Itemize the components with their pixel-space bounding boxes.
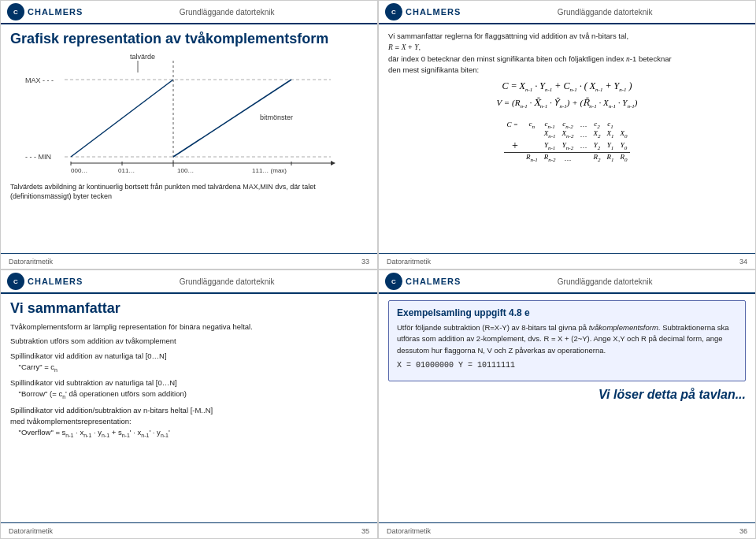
slide-2-content: Vi sammanfattar reglerna för flaggsättni… bbox=[379, 24, 755, 253]
logo-text-1: CHALMERS bbox=[28, 7, 83, 17]
svg-text:- - - MIN: - - - MIN bbox=[25, 153, 51, 161]
slide-3: C CHALMERS Grundläggande datorteknik Vi … bbox=[0, 270, 378, 539]
slide-2: C CHALMERS Grundläggande datorteknik Vi … bbox=[378, 0, 756, 270]
logo-area-1: C CHALMERS bbox=[7, 3, 83, 20]
addition-table: C = cn cn-1 cn-2 … c2 c1 Xn-1 Xn-2 … X2 bbox=[504, 120, 631, 163]
slide-2-intro: Vi sammanfattar reglerna för flaggsättni… bbox=[388, 31, 746, 76]
slide-1-title: Grafisk representation av tvåkomplements… bbox=[10, 31, 368, 48]
slide-3-header: C CHALMERS Grundläggande datorteknik bbox=[1, 270, 377, 294]
graph-container: talvärde MAX - - - - - - MIN bitmönster … bbox=[10, 53, 368, 179]
slide-3-content: Vi sammanfattar Tvåkomplementsform är lä… bbox=[1, 294, 377, 522]
logo-text-2: CHALMERS bbox=[406, 7, 461, 17]
chalmers-logo-3: C bbox=[7, 273, 24, 290]
svg-text:111… (max): 111… (max) bbox=[252, 167, 287, 174]
example-box: Exempelsamling uppgift 4.8 e Utför följa… bbox=[388, 300, 746, 381]
slide-3-footer: Datoraritmetik 35 bbox=[1, 522, 377, 538]
slide-3-para-2: Subtraktion utförs som addition av tvåko… bbox=[10, 336, 368, 347]
formula-c-eq: C = Xn-1 · Yn-1 + Cn-1 · ( Xn-1 + Yn-1 ) bbox=[388, 80, 746, 93]
chalmers-logo-1: C bbox=[7, 3, 24, 20]
slide-1-header-title: Grundläggande datorteknik bbox=[83, 8, 371, 17]
slide-2-header: C CHALMERS Grundläggande datorteknik bbox=[379, 1, 755, 24]
slide-2-footer: Datoraritmetik 34 bbox=[379, 253, 755, 269]
logo-area-4: C CHALMERS bbox=[385, 273, 461, 290]
formula-v-eq: V = (Rn-1 · X̄n-1 · Ȳn-1) + (R̄n-1 · Xn-… bbox=[388, 98, 746, 110]
slide-2-footer-left: Datoraritmetik bbox=[387, 258, 431, 266]
slide-2-header-title: Grundläggande datorteknik bbox=[461, 8, 749, 17]
slide-4-footer-left: Datoraritmetik bbox=[387, 527, 431, 535]
slide-3-para-5: Spillindikator vid addition/subtraktion … bbox=[10, 405, 368, 440]
slide-4-footer-right: 36 bbox=[739, 527, 747, 535]
slide-3-title: Vi sammanfattar bbox=[10, 300, 368, 317]
slide-3-para-4: Spillindikator vid subtraktion av naturl… bbox=[10, 377, 368, 402]
slide-2-footer-right: 34 bbox=[739, 258, 747, 266]
slide-3-para-3: Spillindikator vid addition av naturliga… bbox=[10, 351, 368, 375]
chalmers-logo-2: C bbox=[385, 3, 402, 20]
slide-4-footer: Datoraritmetik 36 bbox=[379, 522, 755, 538]
slide-4-header: C CHALMERS Grundläggande datorteknik bbox=[379, 270, 755, 294]
example-title: Exempelsamling uppgift 4.8 e bbox=[397, 307, 737, 318]
slide-3-footer-left: Datoraritmetik bbox=[9, 527, 53, 535]
svg-text:011…: 011… bbox=[118, 167, 135, 174]
logo-area-3: C CHALMERS bbox=[7, 273, 83, 290]
addition-table-area: C = cn cn-1 cn-2 … c2 c1 Xn-1 Xn-2 … X2 bbox=[388, 117, 746, 166]
slide-3-header-title: Grundläggande datorteknik bbox=[83, 277, 371, 286]
graph-svg: talvärde MAX - - - - - - MIN bitmönster … bbox=[10, 53, 368, 179]
example-formula: X = 01000000 Y = 10111111 bbox=[397, 361, 737, 370]
slide-1-content: Grafisk representation av tvåkomplements… bbox=[1, 24, 377, 253]
slide-3-footer-right: 35 bbox=[361, 527, 369, 535]
slide-1-footer: Datoraritmetik 33 bbox=[1, 253, 377, 269]
slide-3-para-1: Tvåkomplementsform är lämplig representa… bbox=[10, 322, 368, 333]
slide-1: C CHALMERS Grundläggande datorteknik Gra… bbox=[0, 0, 378, 270]
svg-text:MAX - - -: MAX - - - bbox=[25, 76, 54, 84]
slide-1-body: Talvärdets avbildning är kontinuerlig bo… bbox=[10, 182, 368, 202]
svg-text:100…: 100… bbox=[177, 167, 194, 174]
slide-1-footer-right: 33 bbox=[361, 258, 369, 266]
logo-text-4: CHALMERS bbox=[406, 277, 461, 286]
chalmers-logo-4: C bbox=[385, 273, 402, 290]
example-intro: Utför följande subtraktion (R=X-Y) av 8-… bbox=[397, 322, 737, 356]
slide-4: C CHALMERS Grundläggande datorteknik Exe… bbox=[378, 270, 756, 539]
svg-text:000…: 000… bbox=[71, 167, 87, 174]
slide-4-header-title: Grundläggande datorteknik bbox=[461, 277, 749, 286]
svg-marker-8 bbox=[331, 161, 335, 165]
slide-4-content: Exempelsamling uppgift 4.8 e Utför följa… bbox=[379, 294, 755, 522]
slide-1-footer-left: Datoraritmetik bbox=[9, 258, 53, 266]
logo-area-2: C CHALMERS bbox=[385, 3, 461, 20]
svg-text:bitmönster: bitmönster bbox=[260, 113, 293, 121]
slide-1-header: C CHALMERS Grundläggande datorteknik bbox=[1, 1, 377, 24]
svg-text:talvärde: talvärde bbox=[130, 53, 155, 61]
big-answer: Vi löser detta på tavlan... bbox=[388, 388, 746, 402]
logo-text-3: CHALMERS bbox=[28, 277, 83, 286]
